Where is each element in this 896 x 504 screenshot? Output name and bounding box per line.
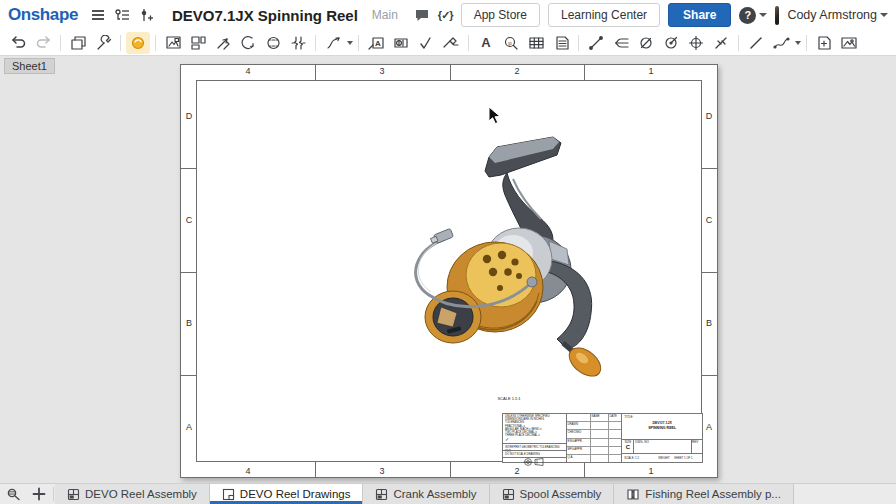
title-block-signature-grid: NAME DATE DRAWN CHECKED ENG APPR. MFG AP… bbox=[567, 414, 623, 462]
title-block: UNLESS OTHERWISE SPECIFIED: DIMENSIONS A… bbox=[502, 413, 703, 463]
insert-view-icon[interactable] bbox=[161, 32, 185, 54]
grid-row: CHECKED bbox=[567, 430, 622, 438]
user-menu[interactable]: Cody Armstrong bbox=[787, 8, 888, 22]
drawing-properties-icon[interactable] bbox=[91, 32, 115, 54]
checkmark: ✓ bbox=[505, 437, 564, 442]
toolbar-separator bbox=[806, 35, 807, 51]
diameter-dimension-icon[interactable] bbox=[634, 32, 658, 54]
zone-divider bbox=[702, 168, 717, 169]
zone-label: 2 bbox=[502, 466, 532, 476]
centerline-icon[interactable] bbox=[709, 32, 733, 54]
surface-finish-icon[interactable] bbox=[414, 32, 438, 54]
toolbar-separator bbox=[120, 35, 121, 51]
drawing-sheet[interactable]: 4 3 2 1 4 3 2 1 D C B A D C B A bbox=[180, 64, 718, 478]
chevron-down-icon[interactable] bbox=[347, 41, 353, 45]
zone-label: C bbox=[182, 214, 196, 226]
zone-divider bbox=[315, 65, 316, 80]
line-icon[interactable] bbox=[744, 32, 768, 54]
projected-view-icon[interactable] bbox=[186, 32, 210, 54]
spinning-reel-view[interactable] bbox=[401, 131, 641, 391]
note-icon[interactable]: A bbox=[364, 32, 388, 54]
comments-icon[interactable] bbox=[414, 4, 430, 26]
zone-divider bbox=[450, 65, 451, 80]
zone-label: 4 bbox=[233, 466, 263, 476]
zone-label: C bbox=[702, 214, 716, 226]
grid-row: MFG APPR. bbox=[567, 447, 622, 455]
user-name: Cody Armstrong bbox=[787, 8, 877, 22]
insert-image-icon[interactable] bbox=[837, 32, 861, 54]
share-button[interactable]: Share bbox=[668, 3, 731, 27]
toolbar-separator bbox=[468, 35, 469, 51]
tolerance-notes: UNLESS OTHERWISE SPECIFIED: DIMENSIONS A… bbox=[503, 414, 566, 443]
zone-label: 3 bbox=[367, 466, 397, 476]
title-cell: TITLE: DEVO7.1JX SPINNING REEL bbox=[622, 414, 702, 439]
zone-label: 1 bbox=[636, 66, 666, 76]
help-menu[interactable]: ? bbox=[739, 7, 767, 24]
ordinate-dimension-icon[interactable] bbox=[609, 32, 633, 54]
hamburger-menu-icon[interactable] bbox=[90, 4, 106, 26]
spline-icon[interactable] bbox=[769, 32, 793, 54]
assembly-icon bbox=[375, 488, 388, 501]
tab-devo-reel-drawings[interactable]: DEVO Reel Drawings bbox=[210, 484, 364, 504]
document-icon bbox=[626, 488, 640, 501]
geometric-tolerance-icon[interactable] bbox=[389, 32, 413, 54]
zone-label: B bbox=[182, 317, 196, 329]
table-icon[interactable] bbox=[524, 32, 548, 54]
workspace-name: Main bbox=[372, 8, 398, 22]
help-icon[interactable]: ? bbox=[739, 7, 756, 24]
drawing-canvas[interactable]: Sheet1 4 3 2 1 4 3 2 1 D C B A D C B A bbox=[0, 56, 896, 483]
sheet-properties-icon[interactable] bbox=[66, 32, 90, 54]
chevron-down-icon bbox=[880, 13, 888, 17]
new-sheet-icon[interactable] bbox=[812, 32, 836, 54]
text-icon[interactable]: A bbox=[474, 32, 498, 54]
tab-fishing-reel-assembly-doc[interactable]: Fishing Reel Assembly p... bbox=[614, 484, 794, 504]
toolbar-separator bbox=[738, 35, 739, 51]
tab-devo-reel-assembly[interactable]: DEVO Reel Assembly bbox=[55, 484, 210, 504]
interpret-note: INTERPRET GEOMETRIC TOLERANCING PER: bbox=[503, 443, 566, 450]
zone-label: 1 bbox=[636, 466, 666, 476]
undo-icon[interactable] bbox=[6, 32, 30, 54]
crop-view-icon[interactable] bbox=[261, 32, 285, 54]
tab-crank-assembly[interactable]: Crank Assembly bbox=[363, 484, 489, 504]
insert-element-icon[interactable] bbox=[139, 4, 154, 26]
radial-dimension-icon[interactable] bbox=[659, 32, 683, 54]
app-store-button[interactable]: App Store bbox=[461, 3, 540, 27]
mouse-cursor bbox=[488, 106, 501, 125]
do-not-scale-note: DO NOT SCALE DRAWING bbox=[503, 450, 566, 457]
learning-center-button[interactable]: Learning Center bbox=[548, 3, 660, 27]
sheet-tab-chip[interactable]: Sheet1 bbox=[4, 58, 55, 74]
redo-icon[interactable] bbox=[31, 32, 55, 54]
update-icon[interactable] bbox=[126, 32, 150, 54]
bom-table-icon[interactable] bbox=[549, 32, 573, 54]
inspect-icon[interactable]: p bbox=[499, 32, 523, 54]
footer-separator bbox=[53, 487, 54, 501]
zone-divider bbox=[181, 375, 196, 376]
zone-label: 2 bbox=[502, 66, 532, 76]
chevron-down-icon bbox=[759, 13, 767, 17]
break-view-icon[interactable] bbox=[286, 32, 310, 54]
toolbar-separator bbox=[578, 35, 579, 51]
chevron-down-icon[interactable] bbox=[795, 41, 801, 45]
zone-divider bbox=[584, 462, 585, 477]
add-tab-icon[interactable] bbox=[26, 484, 52, 504]
grid-row: DRAWN bbox=[567, 422, 622, 430]
zone-divider bbox=[702, 375, 717, 376]
featurescript-icon[interactable]: {✓} bbox=[438, 9, 453, 22]
callout-icon[interactable] bbox=[321, 32, 345, 54]
grid-row: NAME DATE bbox=[567, 414, 622, 422]
zone-divider bbox=[181, 272, 196, 273]
center-mark-icon[interactable] bbox=[684, 32, 708, 54]
zone-label: 4 bbox=[233, 66, 263, 76]
manage-tabs-icon[interactable] bbox=[0, 484, 26, 504]
section-view-icon[interactable] bbox=[211, 32, 235, 54]
detail-view-icon[interactable] bbox=[236, 32, 260, 54]
dimension-icon[interactable] bbox=[584, 32, 608, 54]
size-row: SIZE C DWG. NO. REV bbox=[622, 439, 702, 453]
weld-symbol-icon[interactable] bbox=[439, 32, 463, 54]
dwg-no-cell: DWG. NO. bbox=[634, 440, 692, 453]
tab-spool-assembly[interactable]: Spool Assembly bbox=[490, 484, 615, 504]
versions-icon[interactable] bbox=[114, 4, 131, 26]
weight-cell: WEIGHT: bbox=[656, 456, 672, 460]
user-avatar[interactable] bbox=[775, 6, 779, 25]
zone-label: B bbox=[702, 317, 716, 329]
